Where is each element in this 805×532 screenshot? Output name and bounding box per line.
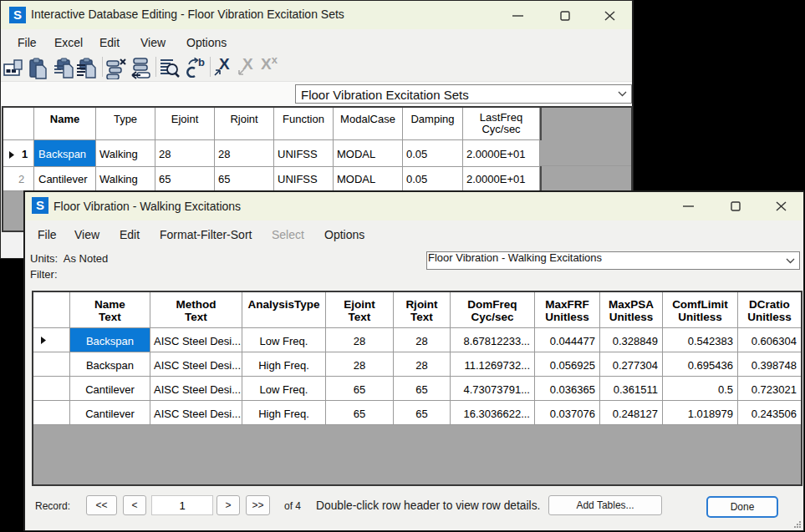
svg-text:b: b [198, 56, 205, 68]
